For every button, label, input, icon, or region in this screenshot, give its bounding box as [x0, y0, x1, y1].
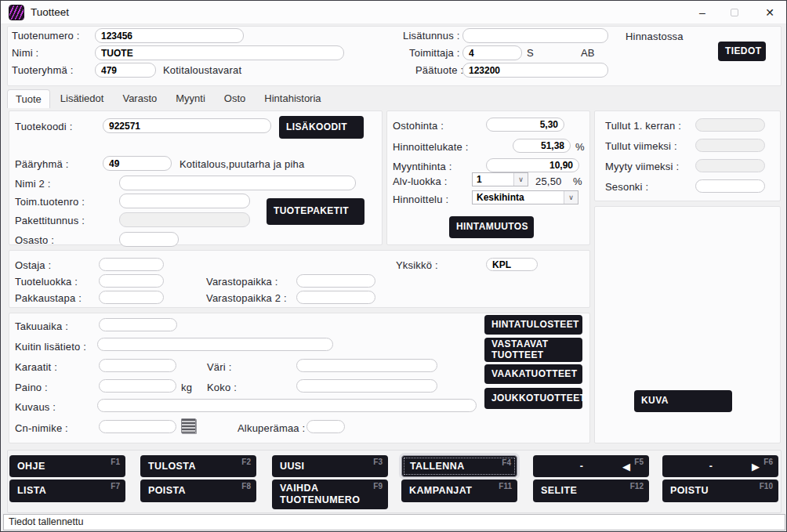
kuitin-lisatieto-input[interactable] [97, 338, 333, 351]
alv-luokka-label: Alv-luokka : [393, 176, 448, 187]
uusi-button[interactable]: UUSI F3 [272, 455, 388, 477]
toim-tuotenro-input[interactable] [119, 194, 250, 208]
koko-label: Koko : [207, 382, 237, 393]
alkuperamaa-input[interactable] [306, 420, 345, 433]
poistu-button[interactable]: POISTU F10 [662, 480, 778, 502]
yksikko-label: Yksikkö : [396, 259, 438, 271]
lista-button[interactable]: LISTA F7 [9, 480, 125, 502]
close-button[interactable]: ✕ [756, 1, 783, 24]
minimize-button[interactable]: – [689, 1, 716, 24]
alv-luokka-value: 1 [473, 173, 513, 186]
tuotekoodi-input[interactable] [103, 118, 271, 133]
paaryhma-label: Pääryhmä : [15, 158, 68, 170]
toimittaja-input[interactable] [462, 45, 522, 60]
hintamuutos-button[interactable]: HINTAMUUTOS [449, 216, 534, 238]
alkuperamaa-label: Alkuperämaa : [238, 422, 305, 434]
lisakoodit-button[interactable]: LISÄKOODIT [279, 116, 364, 139]
hintatulosteet-button[interactable]: HINTATULOSTEET [484, 315, 582, 335]
tab-myynti[interactable]: Myynti [167, 89, 214, 107]
lisatunnus-input[interactable] [462, 28, 608, 43]
previous-button[interactable]: - ◀ F5 [533, 455, 649, 477]
vaakatuotteet-button[interactable]: VAAKATUOTTEET [484, 364, 582, 384]
kampanjat-button[interactable]: KAMPANJAT F11 [401, 480, 517, 502]
myyty-viimeksi-label: Myyty viimeksi : [605, 161, 679, 172]
chevron-down-icon: ∨ [564, 191, 578, 204]
vaihda-tuotenumero-button[interactable]: VAIHDA TUOTENUMERO F9 [272, 480, 388, 509]
toimittaja-name-part1: S [527, 47, 534, 59]
tuoteryhma-input[interactable] [95, 63, 156, 78]
hinnoittelukate-unit: % [575, 141, 585, 153]
paino-label: Paino : [15, 382, 48, 393]
ostaja-label: Ostaja : [15, 259, 51, 271]
nimi-input[interactable] [95, 45, 344, 60]
varastopaikka-input[interactable] [296, 274, 375, 288]
sesonki-input[interactable] [695, 179, 765, 193]
joukkotuotteet-button[interactable]: JOUKKOTUOTTEET [484, 388, 582, 409]
nimi2-input[interactable] [119, 176, 356, 190]
alv-percent: 25,50 [535, 176, 562, 187]
yksikko-input[interactable] [486, 258, 538, 271]
tab-strip: Tuote Lisätiedot Varasto Myynti Osto Hin… [7, 89, 332, 107]
vastaavat-tuotteet-button[interactable]: VASTAAVAT TUOTTEET [484, 338, 582, 362]
hinnoittelukate-input[interactable] [513, 139, 571, 153]
tiedot-button[interactable]: TIEDOT [718, 42, 766, 61]
cn-nimike-input[interactable] [99, 420, 176, 433]
tab-tuote[interactable]: Tuote [7, 89, 50, 108]
paatuote-input[interactable] [462, 63, 608, 78]
koko-input[interactable] [296, 379, 437, 393]
myyntihinta-input[interactable] [486, 158, 579, 172]
cn-nimike-label: Cn-nimike : [15, 422, 68, 434]
alv-luokka-select[interactable]: 1 ∨ [472, 172, 528, 186]
toimittaja-label: Toimittaja : [409, 47, 460, 59]
kuvaus-input[interactable] [97, 399, 477, 412]
tab-varasto[interactable]: Varasto [114, 89, 165, 107]
status-bar: Tiedot tallennettu [3, 514, 785, 530]
osasto-label: Osasto : [15, 234, 54, 246]
toimittaja-name-part2: AB [581, 47, 595, 59]
tab-lisatiedot[interactable]: Lisätiedot [52, 89, 113, 107]
paino-unit: kg [181, 382, 192, 393]
tuoteryhma-label: Tuoteryhmä : [12, 64, 74, 76]
hinnoittelu-label: Hinnoittelu : [393, 194, 448, 205]
tuotenumero-input[interactable] [95, 28, 244, 43]
kuitin-lisatieto-label: Kuitin lisätieto : [15, 341, 86, 353]
maximize-button [721, 1, 748, 24]
products-window: Tuotteet – ✕ Tuotenumero : Nimi : Tuoter… [0, 0, 787, 532]
alv-unit: % [573, 176, 582, 187]
tuoteluokka-input[interactable] [99, 274, 164, 288]
pakkaustapa-input[interactable] [99, 291, 164, 304]
ostohinta-label: Ostohinta : [393, 120, 444, 132]
selite-button[interactable]: SELITE F12 [533, 480, 649, 502]
varastopaikka2-input[interactable] [296, 291, 375, 304]
lisatunnus-label: Lisätunnus : [403, 30, 460, 42]
varastopaikka-label: Varastopaikka : [206, 276, 278, 288]
paatuote-label: Päätuote : [415, 64, 463, 76]
ostaja-input[interactable] [99, 258, 164, 271]
tab-osto[interactable]: Osto [216, 89, 254, 107]
takuuaika-input[interactable] [99, 318, 177, 331]
cn-nimike-lookup-icon[interactable] [181, 418, 196, 433]
ohje-button[interactable]: OHJE F1 [9, 455, 125, 477]
hinnoittelu-select[interactable]: Keskihinta ∨ [472, 190, 578, 204]
next-button[interactable]: - ▶ F6 [662, 455, 778, 477]
paino-input[interactable] [99, 379, 176, 393]
maximize-icon [731, 9, 738, 16]
hinnastossa-label: Hinnastossa [626, 31, 684, 42]
status-text: Tiedot tallennettu [9, 516, 83, 527]
tab-hintahistoria[interactable]: Hintahistoria [256, 89, 329, 107]
karaatit-input[interactable] [99, 359, 176, 372]
vari-input[interactable] [296, 359, 437, 372]
ostohinta-input[interactable] [486, 118, 564, 132]
tallenna-button[interactable]: TALLENNA F4 [401, 455, 517, 477]
app-icon [9, 5, 24, 20]
toim-tuotenro-label: Toim.tuotenro : [15, 196, 85, 208]
poista-button[interactable]: POISTA F8 [140, 480, 256, 502]
paaryhma-input[interactable] [103, 156, 172, 171]
tuotepaketit-button[interactable]: TUOTEPAKETIT [267, 198, 364, 225]
osasto-input[interactable] [119, 232, 179, 247]
karaatit-label: Karaatit : [15, 361, 57, 373]
tulosta-button[interactable]: TULOSTA F2 [140, 455, 256, 477]
kuva-button[interactable]: KUVA [634, 390, 732, 412]
pakkaustapa-label: Pakkaustapa : [15, 292, 82, 304]
kuvaus-label: Kuvaus : [15, 401, 56, 413]
